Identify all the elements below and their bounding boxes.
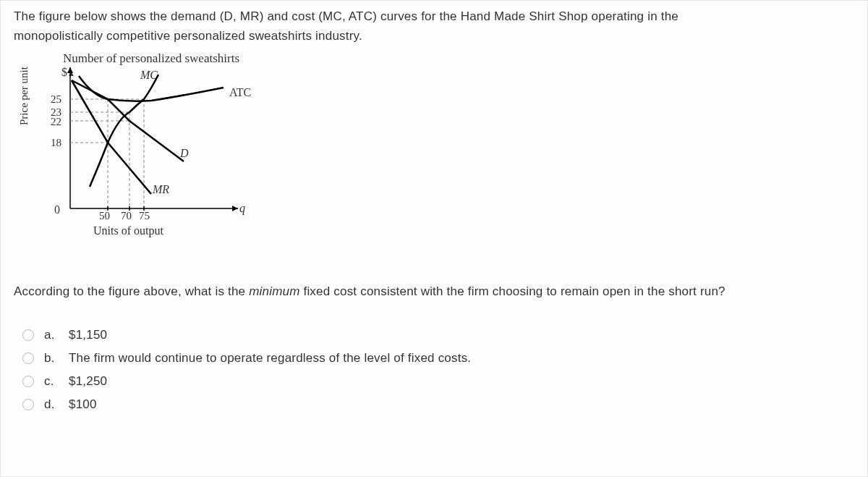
option-letter: c. <box>44 374 59 389</box>
radio-icon[interactable] <box>22 376 34 387</box>
radio-icon[interactable] <box>22 399 34 410</box>
option-letter: b. <box>44 351 59 366</box>
option-text: $100 <box>69 397 97 412</box>
question-text: According to the figure above, what is t… <box>14 282 854 301</box>
option-text: $1,150 <box>69 328 107 342</box>
option-letter: a. <box>44 328 59 342</box>
options-list: a. $1,150 b. The firm would continue to … <box>22 324 854 416</box>
radio-icon[interactable] <box>22 353 34 364</box>
chart: Price per unit $▲ 25 23 22 18 0 50 70 75… <box>28 67 274 241</box>
question-suffix: fixed cost consistent with the firm choo… <box>300 284 726 298</box>
x-axis-label: Units of output <box>93 224 163 237</box>
option-letter: d. <box>44 397 59 412</box>
question-prefix: According to the figure above, what is t… <box>14 284 249 298</box>
y-tick-22: 22 <box>41 116 61 128</box>
question-container: The figure below shows the demand (D, MR… <box>0 0 868 477</box>
y-tick-25: 25 <box>41 93 61 106</box>
prompt-line-2: monopolistically competitive personalize… <box>14 29 362 43</box>
radio-icon[interactable] <box>22 329 34 341</box>
option-c[interactable]: c. $1,250 <box>22 370 854 393</box>
y-axis-label: Price per unit <box>18 67 30 126</box>
figure-title: Number of personalized sweatshirts <box>28 51 274 66</box>
origin-label: 0 <box>54 203 60 216</box>
prompt-line-1: The figure below shows the demand (D, MR… <box>14 9 678 23</box>
question-emphasis: minimum <box>249 284 299 298</box>
figure: Number of personalized sweatshirts Price… <box>28 51 274 261</box>
option-d[interactable]: d. $100 <box>22 393 854 416</box>
option-text: $1,250 <box>69 374 107 389</box>
option-b[interactable]: b. The firm would continue to operate re… <box>22 347 854 370</box>
y-tick-18: 18 <box>41 137 61 149</box>
option-text: The firm would continue to operate regar… <box>69 351 471 366</box>
svg-marker-2 <box>232 206 238 211</box>
option-a[interactable]: a. $1,150 <box>22 324 854 347</box>
svg-marker-3 <box>67 67 73 73</box>
prompt-text: The figure below shows the demand (D, MR… <box>14 7 854 46</box>
chart-svg <box>64 67 252 212</box>
